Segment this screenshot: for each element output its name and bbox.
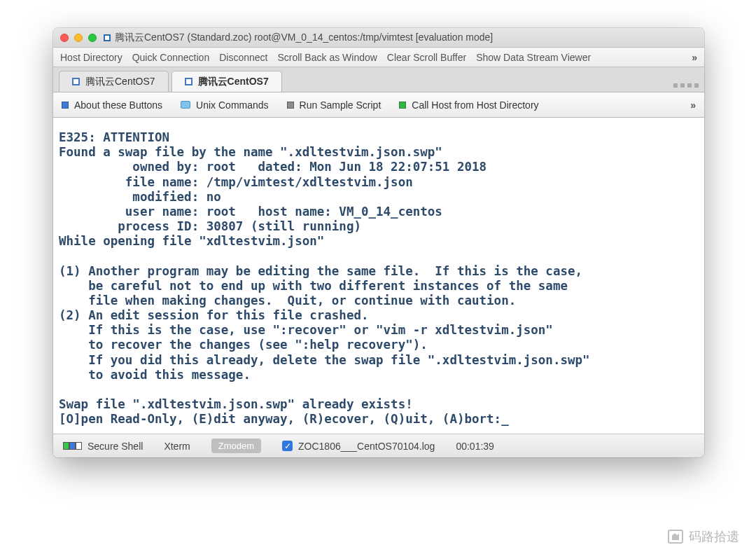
tab-icon (72, 78, 80, 85)
btn-call-host[interactable]: Call Host from Host Directory (399, 99, 538, 111)
menu-host-directory[interactable]: Host Directory (60, 52, 122, 63)
status-log[interactable]: ✓ ZOC1806___CentOS70104.log (282, 441, 435, 452)
folder-icon (181, 101, 190, 109)
checkbox-icon[interactable]: ✓ (282, 441, 293, 451)
menu-more-icon[interactable]: » (692, 52, 697, 63)
terminal-output[interactable]: E325: ATTENTION Found a swap file by the… (53, 118, 704, 434)
btn-label: Run Sample Script (300, 99, 382, 111)
square-icon (62, 102, 69, 109)
btn-run-sample-script[interactable]: Run Sample Script (287, 99, 382, 111)
btn-label: Unix Commands (196, 99, 268, 111)
tab-label: 腾讯云CentOS7 (198, 76, 269, 88)
window-controls (60, 34, 97, 42)
titlebar[interactable]: 腾讯云CentOS7 (Standard.zoc) root@VM_0_14_c… (53, 28, 704, 48)
square-icon (399, 102, 406, 109)
menu-disconnect[interactable]: Disconnect (219, 52, 267, 63)
tab-bar: 腾讯云CentOS7 腾讯云CentOS7 (53, 67, 704, 92)
btn-unix-commands[interactable]: Unix Commands (181, 99, 268, 111)
status-connection[interactable]: Secure Shell (63, 441, 143, 452)
status-conn-label: Secure Shell (88, 441, 143, 452)
window-title: 腾讯云CentOS7 (Standard.zoc) root@VM_0_14_c… (115, 32, 493, 44)
tab-icon (185, 78, 192, 85)
tab-label: 腾讯云CentOS7 (85, 76, 155, 88)
tab-session-2[interactable]: 腾讯云CentOS7 (172, 71, 282, 92)
status-protocol[interactable]: Zmodem (211, 439, 261, 453)
menu-clear-scroll[interactable]: Clear Scroll Buffer (387, 52, 466, 63)
menu-data-stream[interactable]: Show Data Stream Viewer (476, 52, 591, 63)
zoom-icon[interactable] (88, 34, 97, 42)
watermark-text: 码路拾遗 (689, 528, 739, 545)
close-icon[interactable] (60, 34, 69, 42)
status-terminal-type[interactable]: Xterm (164, 441, 190, 452)
menu-bar: Host Directory Quick Connection Disconne… (53, 48, 704, 67)
minimize-icon[interactable] (74, 34, 83, 42)
status-timer: 00:01:39 (456, 441, 494, 452)
menu-scrollback-window[interactable]: Scroll Back as Window (277, 52, 377, 63)
app-icon (104, 34, 111, 41)
menu-quick-connection[interactable]: Quick Connection (132, 52, 210, 63)
watermark-icon (668, 530, 683, 544)
square-icon (287, 102, 294, 109)
button-bar: About these Buttons Unix Commands Run Sa… (53, 92, 704, 118)
watermark: 码路拾遗 (668, 528, 739, 545)
app-window: 腾讯云CentOS7 (Standard.zoc) root@VM_0_14_c… (53, 28, 704, 457)
tab-thumb-toggle[interactable] (673, 83, 699, 92)
status-bar: Secure Shell Xterm Zmodem ✓ ZOC1806___Ce… (53, 434, 704, 457)
tab-session-1[interactable]: 腾讯云CentOS7 (59, 71, 169, 92)
button-bar-more-icon[interactable]: » (690, 99, 696, 111)
btn-label: Call Host from Host Directory (412, 99, 538, 111)
monitors-icon (63, 442, 82, 450)
status-log-label: ZOC1806___CentOS70104.log (298, 441, 435, 452)
btn-about-buttons[interactable]: About these Buttons (62, 99, 162, 111)
btn-label: About these Buttons (74, 99, 162, 111)
